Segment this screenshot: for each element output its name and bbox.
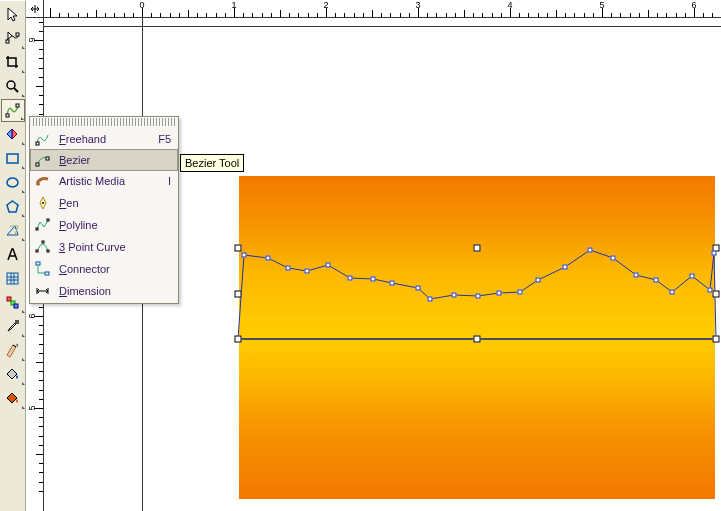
svg-rect-19 [36,250,38,252]
selection-handle[interactable] [235,336,242,343]
flyout-item-pen[interactable]: Pen [31,192,177,214]
curve-node[interactable] [690,274,695,279]
curve-node[interactable] [563,265,568,270]
ruler-h-label: 6 [691,0,696,10]
svg-rect-12 [36,142,39,145]
text-tool[interactable] [1,243,25,266]
svg-rect-4 [16,104,19,107]
flyout-item-freehand[interactable]: FreehandF5 [31,128,177,150]
flyout-item-polyline[interactable]: Polyline [31,214,177,236]
flyout-item-3-point-curve[interactable]: 3 Point Curve [31,236,177,258]
svg-rect-23 [45,272,49,275]
curve-node[interactable] [428,297,433,302]
svg-point-16 [42,202,44,204]
svg-rect-21 [42,241,44,243]
ruler-horizontal[interactable]: 0123456 [26,0,721,18]
curve-node[interactable] [708,288,713,293]
flyout-item-label: Connector [59,263,141,275]
curve-node[interactable] [536,278,541,283]
curve-node[interactable] [286,266,291,271]
curve-node[interactable] [305,269,310,274]
curve-node[interactable] [242,253,247,258]
interactive-tool[interactable] [1,291,25,314]
flyout-item-label: Polyline [59,219,141,231]
rectangle-tool[interactable] [1,147,25,170]
freehand-icon [33,129,53,149]
flyout-item-label: Artistic Media [59,175,141,187]
crop-tool[interactable] [1,51,25,74]
three-point-curve-icon [33,237,53,257]
curve-node[interactable] [371,277,376,282]
svg-rect-3 [6,114,9,117]
page-edge-horizontal [44,26,721,27]
flyout-item-label: Bezier [59,154,141,166]
svg-rect-0 [6,40,9,43]
svg-rect-1 [16,33,19,36]
svg-rect-8 [7,297,11,301]
pick-tool[interactable] [1,3,25,26]
svg-rect-14 [46,157,49,160]
eyedropper-tool[interactable] [1,315,25,338]
ruler-h-label: 3 [415,0,420,10]
curve-node[interactable] [634,273,639,278]
ruler-origin[interactable] [26,0,44,18]
selection-handle[interactable] [713,290,720,297]
selection-handle[interactable] [713,336,720,343]
curve-node[interactable] [588,248,593,253]
svg-rect-17 [36,228,38,230]
basic-shapes-tool[interactable] [1,219,25,242]
selection-handle[interactable] [474,245,481,252]
outline-tool[interactable] [1,339,25,362]
selection-handle[interactable] [235,290,242,297]
svg-rect-18 [47,219,49,221]
flyout-item-dimension[interactable]: Dimension [31,280,177,302]
ruler-v-label: 5 [27,405,37,410]
ruler-v-label: 9 [27,37,37,42]
curve-node[interactable] [497,291,502,296]
selection-handle[interactable] [474,336,481,343]
flyout-item-artistic-media[interactable]: Artistic MediaI [31,170,177,192]
curve-tool[interactable] [1,99,25,122]
flyout-item-shortcut: F5 [147,133,171,145]
svg-rect-7 [7,273,18,284]
flyout-item-shortcut: I [147,175,171,187]
ruler-h-label: 4 [507,0,512,10]
smart-fill-tool[interactable] [1,123,25,146]
artistic-media-icon [33,171,53,191]
svg-rect-11 [15,320,19,324]
curve-node[interactable] [348,276,353,281]
curve-node[interactable] [266,256,271,261]
svg-rect-13 [36,163,39,166]
svg-rect-20 [47,250,49,252]
curve-node[interactable] [670,290,675,295]
flyout-item-bezier[interactable]: Bezier [30,149,178,171]
curve-node[interactable] [518,290,523,295]
table-tool[interactable] [1,267,25,290]
svg-point-6 [7,178,18,187]
polygon-tool[interactable] [1,195,25,218]
curve-node[interactable] [712,251,717,256]
shape-tool[interactable] [1,27,25,50]
interactive-fill-tool[interactable] [1,387,25,410]
curve-node[interactable] [416,286,421,291]
flyout-grip[interactable] [33,118,175,126]
svg-rect-5 [7,154,18,163]
curve-node[interactable] [390,281,395,286]
curve-node[interactable] [452,293,457,298]
zoom-tool[interactable] [1,75,25,98]
ruler-h-label: 1 [231,0,236,10]
curve-node[interactable] [326,263,331,268]
ruler-h-label: 2 [323,0,328,10]
curve-tool-flyout: FreehandF5BezierArtistic MediaIPenPolyli… [29,116,179,304]
ellipse-tool[interactable] [1,171,25,194]
toolbox [0,0,26,511]
curve-node[interactable] [654,278,659,283]
curve-node[interactable] [476,294,481,299]
fill-tool[interactable] [1,363,25,386]
flyout-item-connector[interactable]: Connector [31,258,177,280]
selection-handle[interactable] [235,245,242,252]
connector-icon [33,259,53,279]
curve-node[interactable] [611,256,616,261]
polyline-icon [33,215,53,235]
svg-rect-10 [14,304,18,308]
